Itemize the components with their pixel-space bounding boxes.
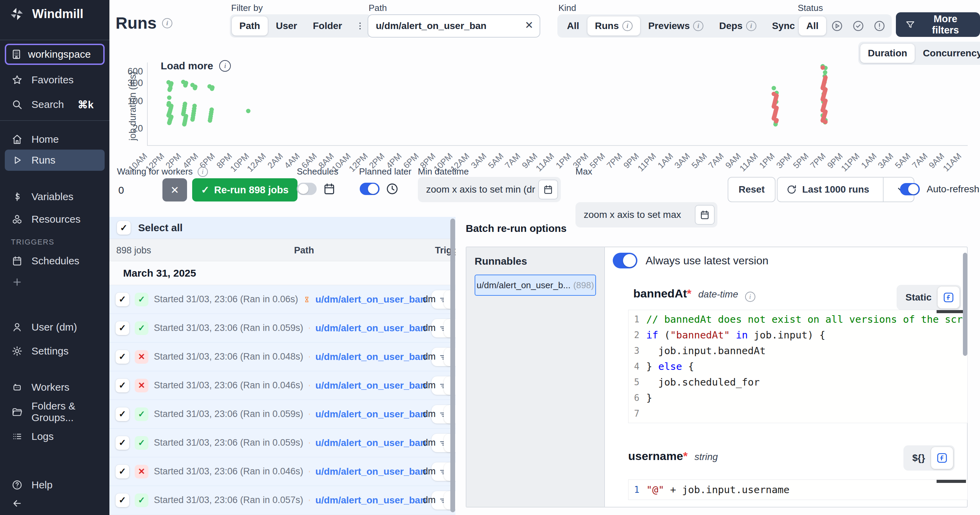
table-row[interactable]: ✓ Started 31/03, 23:06 (Ran in 0.059s) u… [110,429,455,457]
table-row[interactable]: ✕ Started 31/03, 23:06 (Ran in 0.046s) u… [110,457,455,486]
runnable-item[interactable]: u/dm/alert_on_user_b... (898) [475,274,596,296]
job-path-link[interactable]: u/dm/alert_on_user_ban [315,323,426,334]
scatter-point[interactable] [772,86,776,90]
table-row[interactable]: ✕ Started 31/03, 23:06 (Ran in 0.048s) u… [110,342,455,371]
row-checkbox[interactable] [116,293,129,306]
reset-button[interactable]: Reset [728,177,776,202]
scatter-plot[interactable] [110,0,977,171]
scatter-point[interactable] [167,96,172,100]
scatter-point[interactable] [182,122,187,126]
job-path-link[interactable]: u/dm/alert_on_user_ban [315,466,426,477]
sidebar: Windmill workingspace Favorites Search ⌘… [0,0,110,515]
sidebar-item-label: Logs [32,431,54,442]
row-checkbox[interactable] [116,350,129,364]
row-started-text: Started 31/03, 23:06 (Ran in 0.057s) [154,495,303,505]
last-runs-split-button: Last 1000 runs [777,177,914,202]
workspace-switcher[interactable]: workingspace [5,44,105,65]
bannedAt-code-editor[interactable]: 1// bannedAt does not exist on all versi… [628,310,968,423]
sidebar-item-user[interactable]: User (dm) [0,318,110,337]
status-badge: ✓ [135,293,148,306]
sidebar-item-folders[interactable]: Folders & Groups... [0,402,110,422]
job-path-link[interactable]: u/dm/alert_on_user_ban [315,294,426,305]
scatter-point[interactable] [193,86,197,90]
row-started-text: Started 31/03, 23:06 (Ran in 0.046s) [154,380,303,391]
sidebar-item-home[interactable]: Home [0,130,110,149]
sidebar-item-logs[interactable]: Logs [0,427,110,446]
scatter-point[interactable] [774,119,779,123]
javascript-mode-button[interactable] [938,287,959,308]
planned-later-toggle[interactable] [360,183,380,195]
scatter-point[interactable] [191,117,195,122]
sidebar-item-help[interactable]: Help [0,475,110,494]
editor-hscroll-thumb[interactable] [937,480,966,483]
row-trigger: dm [423,409,436,419]
cancel-selection-button[interactable]: ✕ [162,178,187,201]
scatter-point[interactable] [167,87,172,92]
row-checkbox[interactable] [116,465,129,479]
row-checkbox[interactable] [116,322,129,335]
static-mode[interactable]: Static [905,292,931,303]
arrow-left-icon [12,498,22,509]
min-datetime-picker-button[interactable] [538,180,558,200]
auto-refresh-toggle[interactable] [900,183,920,195]
sidebar-item-runs[interactable]: Runs [5,150,105,171]
table-row[interactable]: ✕ Started 31/03, 23:06 (Ran in 0.046s) u… [110,371,455,400]
sidebar-item-search[interactable]: Search ⌘k [0,95,110,114]
row-trigger: dm [423,352,436,362]
min-datetime-input[interactable] [418,184,538,195]
sidebar-item-favorites[interactable]: Favorites [0,70,110,89]
scatter-point[interactable] [823,119,828,124]
sidebar-item-label: User (dm) [32,322,77,333]
row-checkbox[interactable] [116,493,129,507]
job-path-link[interactable]: u/dm/alert_on_user_ban [315,495,426,506]
dollar-icon [12,191,22,202]
sidebar-item-schedules[interactable]: Schedules [0,251,110,271]
sidebar-item-label: Runs [32,154,56,166]
sidebar-item-workers[interactable]: Workers [0,378,110,397]
building-icon [11,49,22,60]
job-path-link[interactable]: u/dm/alert_on_user_ban [315,437,426,448]
runnable-count: (898) [573,280,594,291]
sidebar-collapse-button[interactable] [0,494,110,513]
rerun-jobs-button[interactable]: ✓ Re-run 898 jobs [192,178,298,201]
row-checkbox[interactable] [116,407,129,421]
row-checkbox[interactable] [116,436,129,450]
always-latest-toggle[interactable] [613,253,637,268]
sidebar-item-settings[interactable]: Settings [0,342,110,361]
workspace-name: workingspace [28,49,91,60]
job-path-link[interactable]: u/dm/alert_on_user_ban [315,380,426,391]
table-row[interactable]: ✓ Started 31/03, 23:06 (Ran in 0.059s) u… [110,400,455,429]
scatter-point[interactable] [167,121,172,125]
last-runs-button[interactable]: Last 1000 runs [778,177,878,201]
sidebar-add-button[interactable] [0,273,110,292]
list-scrollbar[interactable] [450,219,455,512]
max-datetime-input[interactable] [576,209,695,220]
field-info-icon[interactable] [745,292,755,302]
scatter-point[interactable] [210,87,215,91]
template-mode[interactable]: ${} [912,453,925,463]
folder-icon [12,406,22,417]
windmill-logo[interactable]: Windmill [9,6,83,22]
table-row[interactable]: ✓ Started 31/03, 23:06 (Ran in 0.06s) u/… [110,285,455,314]
javascript-mode-button[interactable] [931,447,953,469]
sidebar-item-resources[interactable]: Resources [0,210,110,229]
row-started-text: Started 31/03, 23:06 (Ran in 0.059s) [154,409,303,419]
scatter-point[interactable] [246,109,251,113]
scatter-point[interactable] [183,83,188,88]
max-datetime-picker-button[interactable] [695,205,715,225]
username-code-editor[interactable]: 1"@" + job.input.username [628,480,968,500]
job-path-link[interactable]: u/dm/alert_on_user_ban [315,409,426,420]
hourglass-icon [309,437,310,448]
scatter-point[interactable] [821,65,825,70]
select-all-checkbox[interactable] [117,221,130,235]
scatter-point[interactable] [208,119,212,123]
editor-hscroll-thumb[interactable] [937,310,966,313]
row-checkbox[interactable] [116,379,129,392]
table-row[interactable]: ✓ Started 31/03, 23:06 (Ran in 0.057s) u… [110,486,455,515]
search-shortcut: ⌘k [78,99,94,111]
table-row[interactable]: ✓ Started 31/03, 23:06 (Ran in 0.059s) u… [110,314,455,342]
schedules-toggle[interactable] [297,183,317,195]
batch-panel-scrollbar[interactable] [963,253,967,356]
job-path-link[interactable]: u/dm/alert_on_user_ban [315,352,426,362]
sidebar-item-variables[interactable]: Variables [0,187,110,206]
